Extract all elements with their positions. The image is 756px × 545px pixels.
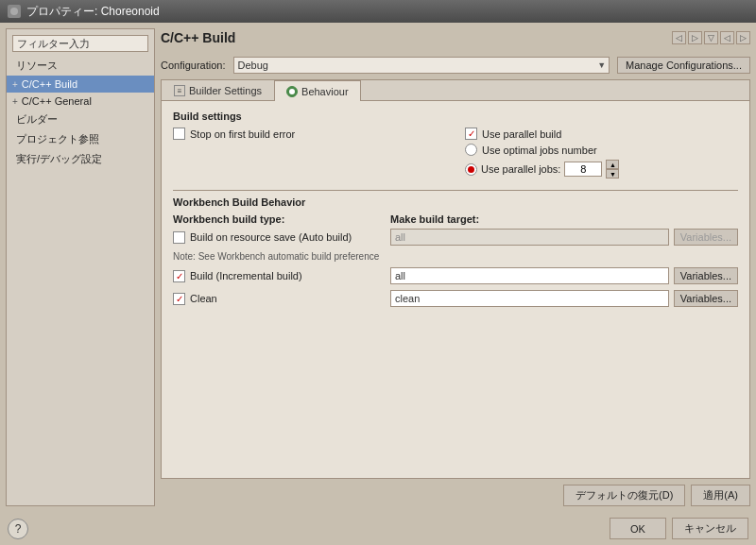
bottom-right: OK キャンセル bbox=[610, 518, 748, 539]
apply-button[interactable]: 適用(A) bbox=[691, 485, 750, 506]
nav-arrow-forward[interactable]: ▷ bbox=[736, 31, 750, 44]
sidebar-item-label: 実行/デバッグ設定 bbox=[16, 152, 102, 166]
tab-behaviour-label: Behaviour bbox=[301, 86, 349, 97]
nav-arrow-left[interactable]: ◁ bbox=[672, 31, 686, 44]
build-settings-title: Build settings bbox=[173, 111, 738, 122]
titlebar: プロパティー: Choreonoid bbox=[0, 0, 756, 23]
clean-row: ✓ Clean Variables... bbox=[173, 290, 738, 307]
svg-point-0 bbox=[10, 8, 18, 15]
filter-input-wrapper bbox=[12, 35, 148, 52]
tab-builder-settings[interactable]: ≡ Builder Settings bbox=[162, 80, 274, 100]
use-parallel-build-row: ✓ Use parallel build bbox=[465, 128, 738, 140]
incremental-build-right: Variables... bbox=[390, 267, 738, 284]
use-parallel-build-label: Use parallel build bbox=[482, 128, 561, 140]
default-button[interactable]: デフォルトの復元(D) bbox=[563, 485, 685, 506]
sidebar-item-cpp-build[interactable]: + C/C++ Build bbox=[7, 76, 154, 93]
incremental-build-variables-btn[interactable]: Variables... bbox=[674, 267, 738, 284]
workbench-col-headers: Workbench build type: Make build target: bbox=[173, 213, 738, 225]
build-on-save-label: Build on resource save (Auto build) bbox=[190, 231, 352, 243]
jobs-spinner-down[interactable]: ▼ bbox=[606, 169, 619, 179]
parallel-jobs-input[interactable] bbox=[564, 162, 602, 177]
clean-left: ✓ Clean bbox=[173, 293, 381, 305]
use-parallel-jobs-row: Use parallel jobs: ▲ ▼ bbox=[465, 160, 738, 179]
tab-container: ≡ Builder Settings Behaviour Build setti… bbox=[161, 79, 750, 479]
sidebar-item-builder[interactable]: ビルダー bbox=[7, 110, 154, 129]
build-on-save-variables-btn: Variables... bbox=[674, 229, 738, 246]
clean-checkbox[interactable]: ✓ bbox=[173, 293, 185, 305]
clean-variables-btn[interactable]: Variables... bbox=[674, 290, 738, 307]
nav-arrow-back[interactable]: ◁ bbox=[720, 31, 734, 44]
tab-builder-settings-label: Builder Settings bbox=[189, 85, 262, 96]
sidebar: リソース + C/C++ Build + C/C++ General ビルダー … bbox=[6, 28, 155, 506]
configuration-label: Configuration: bbox=[161, 60, 226, 71]
panel-title: C/C++ Build bbox=[161, 28, 235, 47]
use-optimal-jobs-radio[interactable] bbox=[465, 144, 477, 156]
tab-bar: ≡ Builder Settings Behaviour bbox=[162, 80, 749, 101]
build-on-save-checkbox[interactable] bbox=[173, 231, 185, 244]
build-on-save-right: Variables... bbox=[390, 229, 738, 246]
nav-arrows: ◁ ▷ ▽ ◁ ▷ bbox=[672, 31, 750, 44]
use-parallel-build-checkbox[interactable]: ✓ bbox=[465, 128, 477, 140]
cancel-button[interactable]: キャンセル bbox=[672, 518, 748, 539]
tab-content-behaviour: Build settings Stop on first build error… bbox=[162, 101, 749, 478]
use-optimal-jobs-label: Use optimal jobs number bbox=[482, 145, 597, 156]
incremental-build-left: ✓ Build (Incremental build) bbox=[173, 270, 381, 282]
bottom-bar: ? OK キャンセル bbox=[0, 512, 756, 545]
sidebar-item-label: ビルダー bbox=[16, 112, 58, 127]
sidebar-item-prefix: + bbox=[12, 79, 18, 90]
sidebar-items: リソース + C/C++ Build + C/C++ General ビルダー … bbox=[7, 56, 154, 505]
build-on-save-left: Build on resource save (Auto build) bbox=[173, 231, 381, 244]
build-on-save-row: Build on resource save (Auto build) Vari… bbox=[173, 229, 738, 246]
filter-input[interactable] bbox=[12, 35, 148, 52]
help-button[interactable]: ? bbox=[8, 519, 28, 539]
section-divider bbox=[173, 190, 738, 191]
workbench-section-title: Workbench Build Behavior bbox=[173, 196, 738, 208]
incremental-build-label: Build (Incremental build) bbox=[190, 270, 302, 281]
behaviour-radio-inner bbox=[289, 89, 295, 94]
bottom-left: ? bbox=[8, 519, 28, 539]
sidebar-item-label: リソース bbox=[16, 59, 58, 73]
sidebar-item-cpp-general[interactable]: + C/C++ General bbox=[7, 93, 154, 110]
incremental-build-input[interactable] bbox=[390, 267, 669, 284]
nav-arrow-right[interactable]: ▷ bbox=[688, 31, 702, 44]
workbench-section: Workbench Build Behavior Workbench build… bbox=[173, 196, 738, 307]
panel-header: C/C++ Build ◁ ▷ ▽ ◁ ▷ bbox=[161, 28, 750, 47]
panel-footer: デフォルトの復元(D) 適用(A) bbox=[161, 485, 750, 506]
clean-input[interactable] bbox=[390, 290, 669, 307]
note-text: Note: See Workbench automatic build pref… bbox=[173, 251, 738, 262]
use-parallel-jobs-label: Use parallel jobs: bbox=[481, 163, 560, 175]
manage-configurations-button[interactable]: Manage Configurations... bbox=[617, 57, 750, 74]
sidebar-item-project-ref[interactable]: プロジェクト参照 bbox=[7, 129, 154, 149]
use-parallel-jobs-radio[interactable] bbox=[465, 163, 477, 176]
workbench-type-header: Workbench build type: bbox=[173, 213, 381, 225]
sidebar-item-label: プロジェクト参照 bbox=[16, 132, 99, 146]
stop-on-error-checkbox[interactable] bbox=[173, 128, 185, 140]
build-on-save-input bbox=[390, 229, 669, 246]
tab-behaviour[interactable]: Behaviour bbox=[274, 80, 361, 101]
configuration-row: Configuration: Debug ▼ Manage Configurat… bbox=[161, 57, 750, 74]
sidebar-item-prefix: + bbox=[12, 96, 18, 107]
sidebar-item-resource[interactable]: リソース bbox=[7, 56, 154, 76]
incremental-build-checkbox[interactable]: ✓ bbox=[173, 270, 185, 282]
build-settings-left: Stop on first build error bbox=[173, 128, 446, 144]
sidebar-item-label: C/C++ Build bbox=[22, 78, 77, 90]
jobs-spinner: ▲ ▼ bbox=[606, 160, 619, 179]
nav-arrow-down[interactable]: ▽ bbox=[704, 31, 718, 44]
stop-on-error-label: Stop on first build error bbox=[190, 128, 295, 140]
main-content: リソース + C/C++ Build + C/C++ General ビルダー … bbox=[0, 23, 756, 512]
ok-button[interactable]: OK bbox=[610, 518, 666, 539]
stop-on-error-row: Stop on first build error bbox=[173, 128, 446, 140]
incremental-build-row: ✓ Build (Incremental build) Variables... bbox=[173, 267, 738, 284]
jobs-spinner-up[interactable]: ▲ bbox=[606, 160, 619, 169]
sidebar-item-run-debug[interactable]: 実行/デバッグ設定 bbox=[7, 149, 154, 169]
configuration-select[interactable]: Debug bbox=[233, 57, 610, 74]
behaviour-radio-icon bbox=[286, 86, 298, 97]
titlebar-title: プロパティー: Choreonoid bbox=[26, 4, 160, 20]
clean-label: Clean bbox=[190, 293, 217, 304]
right-panel: C/C++ Build ◁ ▷ ▽ ◁ ▷ Configuration: Deb… bbox=[161, 28, 750, 506]
builder-settings-icon: ≡ bbox=[174, 85, 185, 96]
clean-right: Variables... bbox=[390, 290, 738, 307]
build-settings-row: Stop on first build error ✓ Use parallel… bbox=[173, 128, 738, 182]
use-optimal-jobs-row: Use optimal jobs number bbox=[465, 144, 738, 156]
app-icon bbox=[8, 5, 21, 18]
